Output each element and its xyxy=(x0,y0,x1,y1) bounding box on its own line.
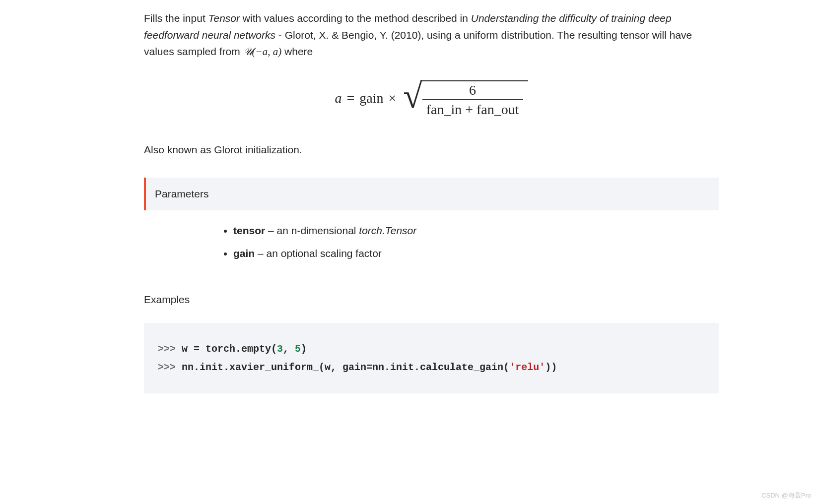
examples-heading: Examples xyxy=(144,291,719,308)
formula-gain: gain xyxy=(359,91,383,105)
parameters-list: tensor – an n-dimensional torch.Tensor g… xyxy=(144,222,719,261)
param-sep: – xyxy=(265,225,276,236)
formula-numerator: 6 xyxy=(465,83,480,99)
code-prompt: >>> xyxy=(158,343,182,355)
list-item: gain – an optional scaling factor xyxy=(233,245,719,262)
uniform-dist-expr: 𝒰(−a, a) xyxy=(243,46,282,58)
param-name: gain xyxy=(233,248,255,259)
description-paragraph: Fills the input Tensor with values accor… xyxy=(144,10,719,61)
code-number: 5 xyxy=(295,343,301,355)
radical-icon: √ xyxy=(403,80,422,117)
code-string: 'relu' xyxy=(509,362,545,373)
code-text: ) xyxy=(301,343,307,355)
code-example: >>> w = torch.empty(3, 5) >>> nn.init.xa… xyxy=(144,323,719,393)
code-prompt: >>> xyxy=(158,362,182,373)
desc-text: where xyxy=(281,46,313,57)
param-desc: an optional scaling factor xyxy=(267,248,382,259)
formula-times: × xyxy=(388,91,396,105)
param-name: tensor xyxy=(233,225,265,236)
formula-lhs: a xyxy=(335,91,341,105)
code-text: nn.init.xavier_uniform_(w, gain=nn.init.… xyxy=(182,362,509,373)
tensor-word: Tensor xyxy=(208,12,240,24)
desc-text: with values according to the method desc… xyxy=(240,12,471,24)
code-number: 3 xyxy=(277,343,283,355)
formula-eq: = xyxy=(346,91,354,105)
code-text: w = torch.empty( xyxy=(182,343,277,355)
code-text: )) xyxy=(545,362,557,373)
parameters-header: Parameters xyxy=(144,178,719,210)
code-text: , xyxy=(283,343,295,355)
formula-denominator: fan_in + fan_out xyxy=(422,99,523,117)
formula: a = gain × √ 6 fan_in + fan_out xyxy=(144,80,719,117)
param-sep: – xyxy=(255,248,266,259)
glorot-note: Also known as Glorot initialization. xyxy=(144,141,719,158)
param-desc: an n-dimensional xyxy=(277,225,359,236)
param-desc-italic: torch.Tensor xyxy=(359,225,416,236)
desc-text: Fills the input xyxy=(144,12,208,24)
formula-sqrt: √ 6 fan_in + fan_out xyxy=(403,80,528,117)
list-item: tensor – an n-dimensional torch.Tensor xyxy=(233,222,719,239)
formula-fraction: 6 fan_in + fan_out xyxy=(422,83,523,117)
